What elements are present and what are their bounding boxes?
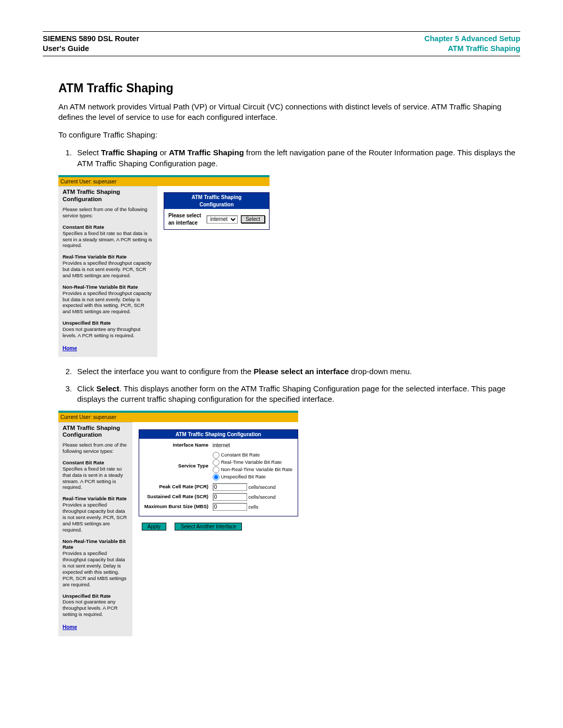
current-user-bar-2: Current User: superuser [58,413,298,422]
scr-input[interactable] [213,493,247,501]
step-1: 1. Select Traffic Shaping or ATM Traffic… [58,147,520,169]
radio-nrt[interactable]: Non-Real-Time Variable Bit Rate [213,466,292,473]
select-button[interactable]: Select [241,215,265,223]
current-user-bar: Current User: superuser [58,177,270,187]
screenshot-1: Current User: superuser ATM Traffic Shap… [58,175,270,357]
screenshot-2: Current User: superuser ATM Traffic Shap… [58,411,298,636]
step-3: 3. Click Select. This displays another f… [58,384,520,405]
mbs-input[interactable] [213,503,247,511]
select-another-button[interactable]: Select Another Interface [175,523,242,530]
mbs-label: Maximum Burst Size (MBS) [142,502,211,512]
iface-name-label: Interface Name [142,441,211,450]
apply-button[interactable]: Apply [142,523,166,530]
config-box-2: ATM Traffic Shaping Configuration Interf… [139,429,298,516]
header-right: Chapter 5 Advanced Setup ATM Traffic Sha… [424,34,520,54]
doc-subtitle: User's Guide [43,44,89,53]
header-left: SIEMENS 5890 DSL Router User's Guide [43,34,139,54]
config-title-2: ATM Traffic Shaping Configuration [139,430,298,439]
pcr-label: Peak Cell Rate (PCR) [142,482,211,492]
side-help-panel-2: ATM Traffic Shaping Configuration Please… [58,422,132,636]
select-interface-label: Please select an interface [168,212,203,226]
iface-name-value: internet [211,441,295,450]
scr-label: Sustained Cell Rate (SCR) [142,492,211,502]
service-type-label: Service Type [142,450,211,482]
radio-cbr[interactable]: Constant Bit Rate [213,451,292,459]
config-title: ATM Traffic Shaping Configuration [164,193,269,209]
home-link-2[interactable]: Home [63,624,77,631]
step-2: 2. Select the interface you want to conf… [58,366,520,377]
lead-text: To configure Traffic Shaping: [58,130,520,140]
page-title: ATM Traffic Shaping [58,81,520,95]
section-title: ATM Traffic Shaping [448,44,520,53]
radio-ubr[interactable]: Unspecified Bit Rate [213,473,292,480]
radio-rt[interactable]: Real-Time Variable Bit Rate [213,459,292,466]
pcr-input[interactable] [213,483,247,491]
config-box: ATM Traffic Shaping Configuration Please… [164,192,270,230]
interface-select[interactable]: internet [206,215,238,224]
side-help-panel: ATM Traffic Shaping Configuration Please… [58,186,157,357]
home-link[interactable]: Home [63,345,77,352]
doc-title: SIEMENS 5890 DSL Router [43,34,139,43]
intro-text: An ATM network provides Virtual Path (VP… [58,102,520,123]
chapter-title: Chapter 5 Advanced Setup [424,34,520,43]
